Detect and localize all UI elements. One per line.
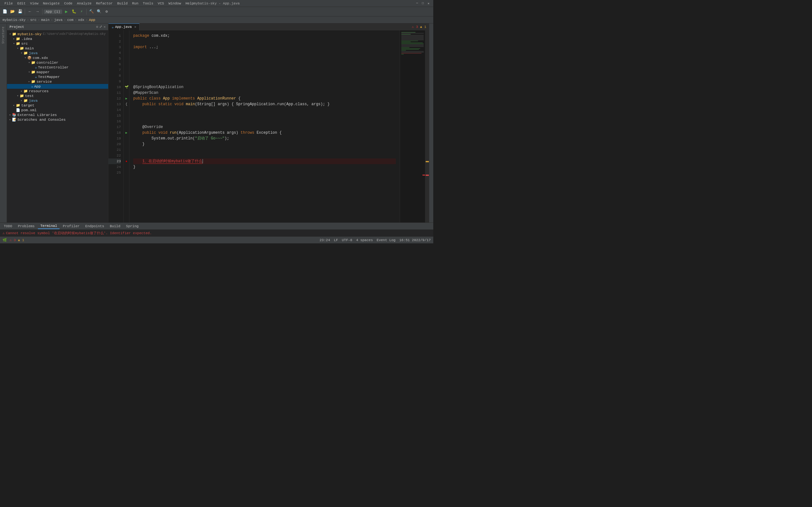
- gi-13[interactable]: {: [124, 101, 129, 107]
- close-button[interactable]: ✕: [426, 1, 431, 6]
- bc-java[interactable]: java: [54, 18, 62, 22]
- tab-profiler[interactable]: Profiler: [60, 224, 82, 229]
- save-button[interactable]: 💾: [16, 8, 23, 15]
- warning-indicator: ▲ 1: [420, 25, 426, 29]
- ln-22: 22: [108, 153, 121, 158]
- scrollbar[interactable]: [425, 31, 429, 222]
- project-header: Project ⚙ ⤢ ✕: [7, 23, 108, 31]
- tree-pom[interactable]: ▸ 📄 pom.xml: [7, 108, 108, 112]
- open-button[interactable]: 📂: [9, 8, 16, 15]
- code-line-19: System.out.println("启动了 Go~~~");: [133, 135, 396, 141]
- gear-icon[interactable]: ⚙: [96, 25, 98, 29]
- maximize-button[interactable]: □: [420, 1, 425, 6]
- forward-button[interactable]: →: [34, 8, 41, 15]
- tree-src[interactable]: ▾ 📁 src: [7, 41, 108, 46]
- tab-todo[interactable]: TODO: [1, 224, 14, 229]
- editor-content[interactable]: 1 2 3 4 5 6 7 8 9 10 11 12 13 14 15 16 1: [108, 31, 429, 222]
- menu-edit[interactable]: Edit: [15, 1, 27, 6]
- project-tree: ▾ 📁 mybatis-sky C:\Users\xdx7\Desktop\my…: [7, 31, 108, 222]
- toolbar: 📄 📂 💾 ← → App (1) ▶ 🐛 ⚡ 🔨 🔍 ⚙: [0, 7, 433, 16]
- menu-refactor[interactable]: Refactor: [94, 1, 115, 6]
- tree-testcontroller[interactable]: ▸ ☕ TestController: [7, 65, 108, 70]
- fold-icon[interactable]: {: [125, 103, 127, 106]
- code-editor[interactable]: package com.xdx; import ...;: [130, 31, 400, 222]
- gi-1: [124, 33, 129, 39]
- close-icon[interactable]: ✕: [103, 25, 106, 29]
- back-button[interactable]: ←: [26, 8, 33, 15]
- pom-xml-icon: 📄: [16, 108, 20, 112]
- tree-ctrl-label: controller: [37, 60, 58, 65]
- tree-idea[interactable]: ▸ 📁 .idea: [7, 37, 108, 41]
- tree-test[interactable]: ▾ 📁 test: [7, 94, 108, 98]
- tree-resources[interactable]: ▸ 📁 resources: [7, 89, 108, 94]
- tree-java[interactable]: ▾ 📁 java: [7, 51, 108, 55]
- bc-sep-2: ›: [38, 18, 40, 22]
- menu-window[interactable]: Window: [166, 1, 183, 6]
- springboot-run-icon[interactable]: 🌱: [125, 85, 129, 89]
- menu-vcs[interactable]: VCS: [156, 1, 166, 6]
- gi-7: [124, 67, 129, 73]
- gi-18[interactable]: ▶: [124, 130, 129, 135]
- run-button[interactable]: ▶: [63, 8, 70, 15]
- bc-main[interactable]: main: [41, 18, 49, 22]
- settings-button[interactable]: ⚙: [103, 8, 110, 15]
- tree-target[interactable]: ▸ 📁 target: [7, 103, 108, 108]
- expand-icon[interactable]: ⤢: [99, 25, 102, 29]
- project-title: Project: [9, 25, 24, 29]
- tree-root[interactable]: ▾ 📁 mybatis-sky C:\Users\xdx7\Desktop\my…: [7, 32, 108, 37]
- bc-src[interactable]: src: [30, 18, 37, 22]
- tree-testmapper[interactable]: ▸ ☕ TestMapper: [7, 74, 108, 79]
- menu-run[interactable]: Run: [130, 1, 140, 6]
- ml-22: [401, 52, 424, 53]
- gi-10[interactable]: 🌱: [124, 84, 129, 90]
- tree-external-libs[interactable]: ▸ 📚 External Libraries: [7, 112, 108, 117]
- run-icon-18[interactable]: ▶: [125, 131, 127, 135]
- tab-problems[interactable]: Problems: [15, 224, 37, 229]
- new-file-button[interactable]: 📄: [1, 8, 8, 15]
- tab-close-icon[interactable]: ✕: [134, 25, 136, 29]
- tree-service[interactable]: ▸ 📁 service: [7, 79, 108, 84]
- tree-mapper[interactable]: ▾ 📁 mapper: [7, 70, 108, 74]
- structure-tab[interactable]: Structure: [1, 25, 6, 46]
- minimize-button[interactable]: ─: [415, 1, 419, 6]
- search-everywhere-button[interactable]: 🔍: [96, 8, 102, 15]
- bc-com[interactable]: com: [67, 18, 73, 22]
- menu-bar[interactable]: File Edit View Navigate Code Analyze Ref…: [3, 1, 196, 6]
- menu-build[interactable]: Build: [115, 1, 130, 6]
- tab-terminal[interactable]: Terminal: [38, 223, 60, 229]
- tab-build[interactable]: Build: [107, 224, 123, 229]
- window-title: mybatis-sky - App.java: [194, 2, 240, 5]
- tree-main[interactable]: ▾ 📁 main: [7, 46, 108, 51]
- tab-endpoints[interactable]: Endpoints: [83, 224, 107, 229]
- menu-tools[interactable]: Tools: [141, 1, 155, 6]
- tree-test-java[interactable]: ▸ 📁 java: [7, 98, 108, 103]
- menu-code[interactable]: Code: [62, 1, 74, 6]
- run-config-selector[interactable]: App (1): [44, 9, 62, 14]
- tree-scratches[interactable]: ▸ 📝 Scratches and Consoles: [7, 117, 108, 122]
- menu-analyze[interactable]: Analyze: [75, 1, 93, 6]
- minimap[interactable]: [400, 31, 425, 222]
- tree-controller[interactable]: ▾ 📁 controller: [7, 60, 108, 65]
- debug-button[interactable]: 🐛: [70, 8, 78, 15]
- bc-xdx[interactable]: xdx: [78, 18, 84, 22]
- event-log-label[interactable]: Event Log: [377, 238, 396, 242]
- build-button[interactable]: 🔨: [88, 8, 95, 15]
- code-text-20: }: [133, 141, 396, 147]
- run-gutter-icon[interactable]: ▶: [125, 97, 127, 101]
- tab-app-java[interactable]: ☕ App.java ✕: [108, 23, 140, 31]
- tab-spring[interactable]: Spring: [123, 224, 141, 229]
- menu-file[interactable]: File: [3, 1, 14, 6]
- menu-navigate[interactable]: Navigate: [41, 1, 61, 6]
- bc-app[interactable]: App: [89, 18, 96, 22]
- project-header-icons[interactable]: ⚙ ⤢ ✕: [96, 25, 106, 29]
- tree-app[interactable]: ▸ ☕ App: [7, 84, 108, 89]
- menu-view[interactable]: View: [28, 1, 40, 6]
- code-line-2: [133, 39, 396, 44]
- window-controls[interactable]: ─ □ ✕: [415, 1, 431, 6]
- tree-com-xdx[interactable]: ▾ 📦 com.xdx: [7, 55, 108, 60]
- tree-tc-label: TestController: [38, 65, 69, 69]
- run-with-coverage-button[interactable]: ⚡: [78, 8, 85, 15]
- ln-7: 7: [108, 67, 121, 73]
- bc-project[interactable]: mybatis-sky: [3, 18, 26, 22]
- gi-12[interactable]: ▶: [124, 96, 129, 101]
